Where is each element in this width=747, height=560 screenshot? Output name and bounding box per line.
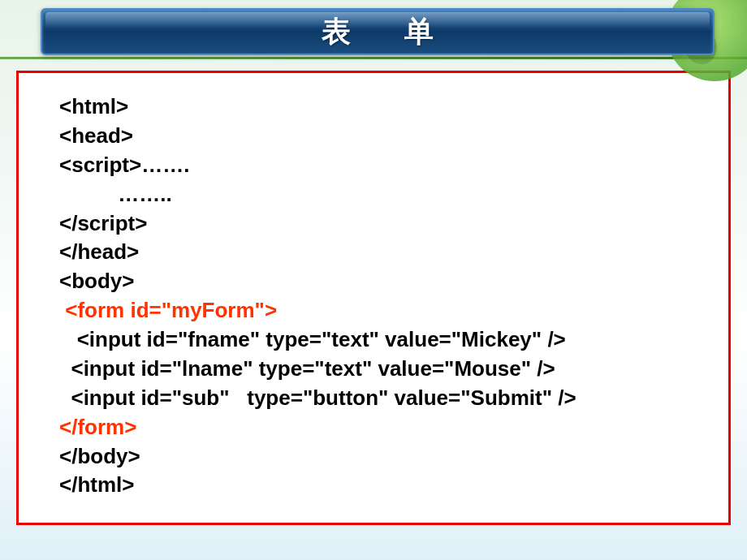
code-line: </body> xyxy=(59,444,140,468)
code-line-part: " type="button" value="Submit" /> xyxy=(219,386,576,410)
code-line: </script> xyxy=(59,211,147,235)
title-divider xyxy=(0,57,747,59)
code-line: …….. xyxy=(59,182,172,206)
code-line-form-open: <form id="myForm"> xyxy=(59,298,277,322)
code-line: </html> xyxy=(59,472,134,497)
code-line: <head> xyxy=(59,123,133,148)
code-line: <input id="fname" type="text" value="Mic… xyxy=(59,327,566,351)
code-line: <body> xyxy=(59,269,134,293)
slide-title: 表 单 xyxy=(299,12,456,52)
slide-title-bar: 表 单 xyxy=(41,8,715,55)
code-line: <script>……. xyxy=(59,153,189,177)
code-line-form-close: </form> xyxy=(59,415,136,439)
code-line: <input id="lname" type="text" value="Mou… xyxy=(59,356,555,381)
code-line: <html> xyxy=(59,94,128,118)
code-example-box: <html> <head> <script>……. …….. </script>… xyxy=(16,71,731,525)
code-block: <html> <head> <script>……. …….. </script>… xyxy=(59,93,720,500)
code-line-part: <input id="sub xyxy=(59,386,219,410)
code-line: </head> xyxy=(59,239,139,264)
